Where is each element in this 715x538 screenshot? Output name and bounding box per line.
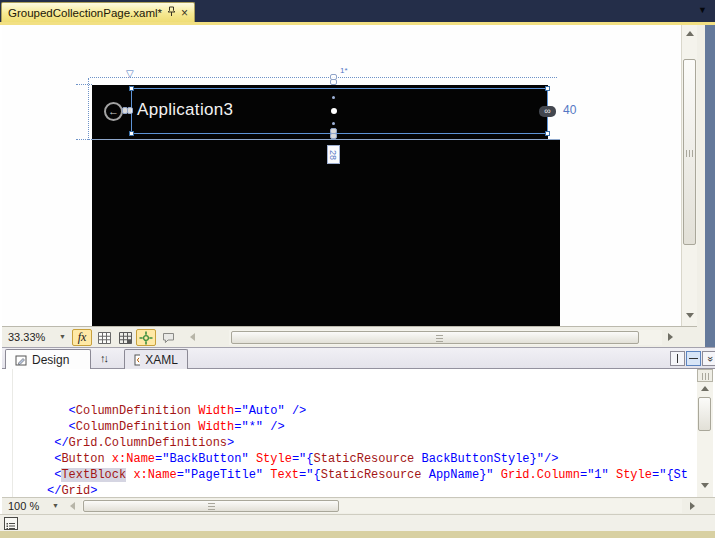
snaplines-icon [139,331,153,345]
designer-toolbar: 33.33% ▼ fx [2,326,697,347]
editor-v-thumb[interactable] [698,397,711,431]
editor-zoom-caret-icon[interactable]: ▼ [52,502,59,509]
designer-zoom-value[interactable]: 33.33% [8,331,45,343]
tab-grouped-collection-page[interactable]: GroupedCollectionPage.xaml* × [1,2,195,22]
horizontal-split-icon [689,358,698,359]
vertical-split-button[interactable] [670,351,685,366]
app-page-body [92,140,560,326]
window-bottom-edge [0,531,715,538]
scrollbar-margin [697,25,705,347]
code-line[interactable]: <ColumnDefinition Width="*" /> [47,419,697,435]
show-grid-button[interactable] [94,329,114,346]
designer-h-thumb[interactable] [231,331,639,344]
anchor-dot [332,122,335,125]
collapse-pane-icon: » [705,356,715,362]
designer-zoom-caret-icon[interactable]: ▼ [59,333,66,340]
grid-icon [98,332,111,344]
editor-scroll-down-icon[interactable] [701,483,709,488]
code-line[interactable]: <ColumnDefinition Width="Auto" /> [47,403,697,419]
vs-document-window: GroupedCollectionPage.xaml* × ▼ ▽ ← Appl… [0,0,715,538]
xaml-view-icon [134,354,140,366]
column-marker-icon[interactable]: ▽ [126,68,134,79]
fx-icon: fx [78,330,87,345]
annotations-button[interactable] [158,329,178,346]
editor-h-scrollbar[interactable] [82,499,682,513]
code-line[interactable]: <Button x:Name="BackButton" Style="{Stat… [47,451,697,467]
collapse-pane-button[interactable]: » [702,351,715,366]
column-width-label: 1* [340,66,348,75]
document-tab-bar: GroupedCollectionPage.xaml* × ▼ [0,0,715,22]
scroll-down-icon[interactable] [686,313,694,318]
xaml-editor[interactable]: <ColumnDefinition Width="Auto" /> <Colum… [2,369,697,497]
snap-grid-button[interactable] [115,329,135,346]
editor-v-scrollbar[interactable] [697,369,713,497]
status-strip [0,514,715,532]
selection-rect[interactable] [131,88,548,134]
center-anchor-dot[interactable] [331,108,337,114]
bottom-margin-anchor-icon[interactable] [330,128,337,139]
editor-scroll-left-icon[interactable] [70,502,75,510]
effects-toggle-button[interactable]: fx [72,329,92,346]
annotation-bubble-icon [162,332,175,344]
editor-h-thumb[interactable] [83,500,339,512]
designer-scroll-left-icon[interactable] [190,333,195,341]
pin-icon[interactable] [167,6,176,19]
selection-handle[interactable] [129,131,134,136]
editor-zoom-value[interactable]: 100 % [8,500,39,512]
left-margin-anchor-icon[interactable] [122,107,133,114]
selection-handle[interactable] [545,86,550,91]
designer-splitter-bar: Design ↑↓ XAML » [2,347,715,369]
grid-row-divider [92,139,560,140]
tab-xaml-view[interactable]: XAML [124,349,188,370]
back-button-preview[interactable]: ← [104,102,123,121]
grid-column-rail [90,77,557,78]
snap-grid-icon [119,332,132,344]
anchor-dot [332,96,335,99]
editor-splitter-handle[interactable] [697,369,713,382]
code-line[interactable]: <TextBlock x:Name="PageTitle" Text="{Sta… [47,467,697,483]
row-tick-top [76,84,92,85]
right-margin-label: 40 [563,103,576,117]
tab-overflow-icon[interactable]: ▼ [698,5,707,15]
selection-handle[interactable] [545,131,550,136]
code-line[interactable]: </Grid> [47,483,697,497]
swap-panes-button[interactable]: ↑↓ [100,352,107,364]
designer-v-thumb[interactable] [683,59,696,245]
height-badge: 28 [327,145,340,164]
code-lines: <ColumnDefinition Width="Auto" /> <Colum… [47,403,697,497]
editor-bottom-bar: 100 % ▼ [2,497,715,514]
tab-design-view[interactable]: Design [5,349,91,370]
editor-gutter-line [12,369,13,497]
top-margin-anchor-icon[interactable] [330,74,337,85]
designer-h-scrollbar[interactable] [229,330,662,345]
window-right-edge [705,25,715,347]
swap-icon: ↑↓ [100,352,107,364]
close-icon[interactable]: × [181,8,188,18]
document-outline-button[interactable] [4,517,18,530]
editor-scroll-up-icon[interactable] [701,386,709,391]
snapping-toggle-button[interactable] [136,329,156,346]
selection-handle[interactable] [129,86,134,91]
designer-scroll-right-icon[interactable] [668,333,673,341]
grid-row-rail [88,78,89,140]
back-arrow-icon: ← [108,105,119,117]
editor-scroll-right-icon[interactable] [690,502,695,510]
designer-v-scrollbar[interactable] [681,25,697,326]
tab-title: GroupedCollectionPage.xaml* [8,7,162,19]
xaml-tab-label: XAML [145,353,178,367]
scroll-up-icon[interactable] [686,31,694,36]
horizontal-split-button[interactable] [686,351,701,366]
right-margin-anchor-icon[interactable]: ∞ [539,106,556,117]
design-tab-label: Design [32,353,69,367]
design-view-icon [15,354,27,366]
code-line[interactable]: </Grid.ColumnDefinitions> [47,435,697,451]
row-tick-bottom [76,139,92,140]
vertical-split-icon [677,354,678,363]
